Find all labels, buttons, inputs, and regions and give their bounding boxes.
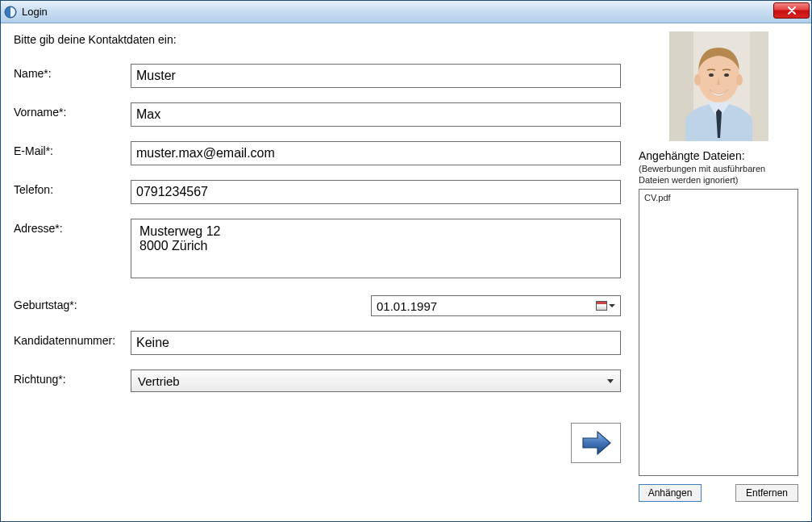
label-kandidatennummer: Kandidatennummer: [14, 331, 131, 347]
name-field[interactable] [131, 64, 621, 88]
label-vorname: Vorname*: [14, 102, 131, 119]
geburtstag-datepicker[interactable]: 01.01.1997 [371, 295, 621, 316]
vorname-field[interactable] [131, 102, 621, 127]
chevron-down-icon [607, 379, 614, 383]
close-button[interactable] [773, 2, 810, 19]
kandidatennummer-field[interactable] [131, 331, 621, 355]
adresse-field[interactable] [131, 219, 621, 278]
window: Login Bitte gib deine Kontaktdaten ein: … [0, 0, 812, 522]
richtung-select[interactable]: Vertrieb [131, 370, 621, 392]
richtung-value: Vertrieb [138, 374, 607, 388]
attachments-title: Angehängte Dateien: [639, 149, 798, 162]
label-email: E-Mail*: [14, 141, 131, 157]
form-area: Bitte gib deine Kontaktdaten ein: Name*:… [14, 31, 624, 510]
svg-point-7 [709, 73, 714, 77]
profile-photo [669, 31, 768, 141]
telefon-field[interactable] [131, 180, 621, 204]
remove-button[interactable]: Entfernen [735, 484, 798, 502]
label-telefon: Telefon: [14, 180, 131, 196]
svg-point-6 [736, 74, 743, 86]
window-title: Login [22, 6, 48, 18]
attach-button[interactable]: Anhängen [639, 484, 702, 502]
next-button[interactable] [571, 423, 621, 463]
svg-point-8 [724, 73, 729, 77]
titlebar: Login [1, 1, 811, 23]
svg-point-5 [694, 74, 701, 86]
label-adresse: Adresse*: [14, 219, 131, 235]
app-icon [4, 6, 17, 19]
file-list[interactable]: CV.pdf [639, 189, 798, 476]
label-name: Name*: [14, 64, 131, 80]
content: Bitte gib deine Kontaktdaten ein: Name*:… [1, 23, 811, 521]
attachments-subtitle: (Bewerbungen mit ausführbaren Dateien we… [639, 164, 798, 186]
sidebar: Angehängte Dateien: (Bewerbungen mit aus… [639, 31, 798, 510]
label-geburtstag: Geburtstag*: [14, 295, 131, 311]
svg-rect-3 [750, 31, 768, 141]
label-richtung: Richtung*: [14, 370, 131, 386]
calendar-icon[interactable] [596, 301, 615, 311]
intro-text: Bitte gib deine Kontaktdaten ein: [14, 33, 624, 46]
email-field[interactable] [131, 141, 621, 165]
geburtstag-value: 01.01.1997 [377, 299, 437, 313]
file-item[interactable]: CV.pdf [644, 192, 793, 203]
